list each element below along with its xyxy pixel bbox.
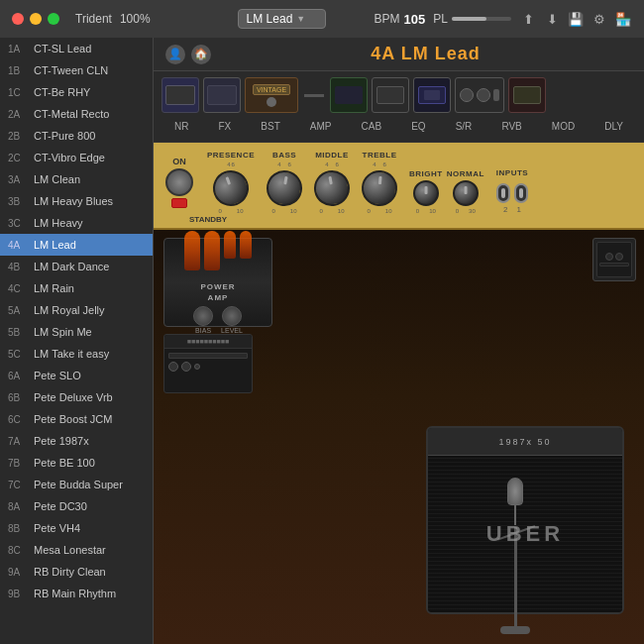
normal-knob[interactable] — [453, 180, 479, 206]
preset-number: 5C — [8, 349, 28, 360]
preset-item[interactable]: 8APete DC30 — [0, 495, 153, 517]
tube-4 — [240, 231, 252, 259]
effect-button-s/r[interactable]: S/R — [452, 120, 477, 133]
pedal-6[interactable] — [455, 77, 504, 113]
effect-button-nr[interactable]: NR — [170, 120, 192, 133]
preset-list[interactable]: 1ACT-SL Lead1BCT-Tween CLN1CCT-Be RHY2AC… — [0, 38, 154, 644]
level-knob[interactable] — [222, 306, 242, 326]
preset-number: 4B — [8, 262, 28, 272]
effect-button-cab[interactable]: CAB — [358, 120, 386, 133]
bright-knob[interactable] — [413, 180, 439, 206]
effect-button-eq[interactable]: EQ — [407, 120, 429, 133]
effects-row: VINTAGE — [161, 77, 636, 113]
preset-item[interactable]: 1BCT-Tween CLN — [0, 59, 153, 81]
export-icon[interactable]: ⬆ — [519, 10, 537, 28]
bass-knob[interactable] — [264, 167, 305, 209]
presence-knob[interactable] — [208, 165, 254, 211]
pedal-5[interactable] — [413, 77, 451, 113]
amp-header: 👤 🏠 4A LM Lead — [154, 38, 644, 71]
middle-knob[interactable] — [311, 167, 353, 209]
pedal-1[interactable] — [161, 77, 199, 113]
mic-base — [500, 626, 530, 634]
maximize-button[interactable] — [48, 13, 59, 25]
mic-stand — [495, 478, 535, 634]
home-icon[interactable]: 🏠 — [191, 45, 211, 64]
on-knob[interactable] — [165, 168, 193, 196]
user-icon[interactable]: 👤 — [165, 45, 185, 64]
pedal-7[interactable] — [508, 77, 546, 113]
preset-item[interactable]: 2CCT-Vibro Edge — [0, 147, 153, 168]
effect-button-bst[interactable]: BST — [257, 120, 283, 133]
preset-item[interactable]: 4CLM Rain — [0, 277, 153, 299]
minimize-button[interactable] — [30, 13, 42, 25]
preset-item[interactable]: 7CPete Budda Super — [0, 474, 153, 495]
preset-item[interactable]: 5CLM Take it easy — [0, 343, 153, 365]
preset-number: 4A — [8, 240, 28, 251]
preset-item[interactable]: 9ARB Dirty Clean — [0, 561, 153, 583]
preset-number: 6B — [8, 392, 28, 403]
bpm-label: BPM — [375, 12, 400, 26]
preset-number: 1B — [8, 65, 28, 76]
preset-number: 5A — [8, 305, 28, 316]
preset-item[interactable]: 7BPete BE 100 — [0, 452, 153, 474]
preset-item[interactable]: 6CPete Boost JCM — [0, 408, 153, 430]
settings-icon[interactable]: ⚙ — [590, 10, 608, 28]
close-button[interactable] — [12, 13, 24, 25]
preset-item[interactable]: 7APete 1987x — [0, 430, 153, 452]
preset-name-label: Pete VH4 — [34, 522, 80, 534]
effect-button-dly[interactable]: DLY — [600, 120, 627, 133]
preset-item[interactable]: 3CLM Heavy — [0, 212, 153, 234]
level-label: LEVEL — [221, 327, 243, 334]
vintage-pedal[interactable]: VINTAGE — [245, 77, 298, 113]
bias-label: BIAS — [195, 327, 211, 334]
bass-knob-item: BASS 46 010 — [267, 151, 302, 214]
bias-knob[interactable] — [193, 306, 213, 326]
preset-name-label: LM Royal Jelly — [34, 304, 105, 316]
preset-number: 7A — [8, 436, 28, 447]
preset-name-label: CT-SL Lead — [34, 43, 91, 54]
bright-knob-item: BRIGHT 010 — [409, 169, 443, 214]
preset-item[interactable]: 2ACT-Metal Recto — [0, 103, 153, 125]
effect-button-fx[interactable]: FX — [215, 120, 236, 133]
preset-item[interactable]: 8BPete VH4 — [0, 517, 153, 539]
vintage-label: VINTAGE — [253, 84, 290, 95]
pedal-2[interactable] — [203, 77, 241, 113]
preset-item[interactable]: 2BCT-Pure 800 — [0, 125, 153, 147]
preset-name-label: CT-Vibro Edge — [34, 152, 105, 163]
preset-item[interactable]: 3BLM Heavy Blues — [0, 190, 153, 212]
title-bar-icons: ⬆ ⬇ 💾 ⚙ 🏪 — [519, 10, 632, 28]
pl-slider[interactable] — [452, 17, 511, 21]
preset-number: 7B — [8, 458, 28, 469]
preset-item[interactable]: 5ALM Royal Jelly — [0, 299, 153, 321]
preset-item[interactable]: 9BRB Main Rhythm — [0, 583, 153, 604]
preset-name-label: CT-Be RHY — [34, 86, 90, 98]
bpm-value[interactable]: 105 — [404, 12, 426, 27]
preset-number: 8B — [8, 523, 28, 534]
amp-title: 4A LM Lead — [219, 44, 632, 64]
power-amp-label2: AMP — [208, 293, 229, 302]
save-icon[interactable]: 💾 — [567, 10, 585, 28]
pedal-3[interactable] — [330, 77, 368, 113]
preset-item[interactable]: 1CCT-Be RHY — [0, 81, 153, 103]
preset-number: 1A — [8, 44, 28, 54]
preset-item[interactable]: 3ALM Clean — [0, 168, 153, 190]
preset-item[interactable]: 6BPete Deluxe Vrb — [0, 386, 153, 408]
store-icon[interactable]: 🏪 — [614, 10, 632, 28]
preset-item[interactable]: 1ACT-SL Lead — [0, 38, 153, 59]
preset-item[interactable]: 4ALM Lead — [0, 234, 153, 256]
preset-selector[interactable]: LM Lead ▼ — [238, 9, 327, 29]
inputs-label: INPUTS — [496, 168, 528, 177]
preset-item[interactable]: 5BLM Spin Me — [0, 321, 153, 343]
preset-item[interactable]: 8CMesa Lonestar — [0, 539, 153, 561]
effect-button-amp[interactable]: AMP — [306, 120, 336, 133]
preset-item[interactable]: 4BLM Dark Dance — [0, 256, 153, 277]
effect-button-rvb[interactable]: RVB — [497, 120, 525, 133]
treble-knob[interactable] — [361, 168, 399, 207]
preset-number: 3B — [8, 196, 28, 207]
preset-item[interactable]: 6APete SLO — [0, 365, 153, 386]
upload-icon[interactable]: ⬇ — [543, 10, 561, 28]
bright-label: BRIGHT — [409, 169, 443, 178]
pl-section: PL — [433, 12, 511, 26]
effect-button-mod[interactable]: MOD — [548, 120, 579, 133]
pedal-4[interactable] — [372, 77, 409, 113]
